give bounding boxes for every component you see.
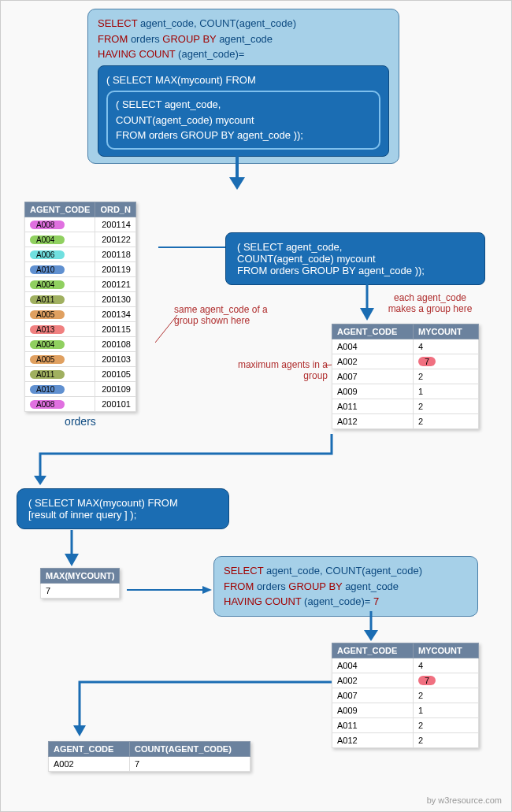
table-row: A0027: [332, 673, 479, 688]
txt: SELECT: [224, 565, 263, 577]
orders-table: AGENT_CODEORD_N A008200114A004200122A006…: [24, 202, 136, 412]
mid-query-box: ( SELECT MAX(mycount) FROM ( SELECT agen…: [98, 65, 389, 157]
result-table-wrap: AGENT_CODECOUNT(AGENT_CODE) A0027: [48, 741, 250, 772]
table-row: A0122: [332, 414, 479, 429]
table-row: A004200122: [25, 232, 136, 247]
col-agent: AGENT_CODE: [332, 324, 414, 339]
table-row: A0044: [332, 339, 479, 354]
col-max: MAX(MYCOUNT): [41, 569, 120, 584]
txt: agent_code: [343, 580, 399, 592]
txt: ( SELECT MAX(mycount) FROM: [106, 72, 380, 88]
table-row: A004200108: [25, 337, 136, 352]
table-row: A005200134: [25, 307, 136, 322]
final-query-box: SELECT agent_code, COUNT(agent_code) FRO…: [213, 556, 478, 617]
watermark: by w3resource.com: [427, 795, 502, 805]
table-row: A0122: [332, 733, 479, 748]
txt: 7: [370, 595, 379, 607]
connector-line: [32, 430, 339, 485]
txt: FROM: [98, 33, 128, 45]
max-table-wrap: MAX(MYCOUNT) 7: [40, 568, 120, 599]
table-row: A0112: [332, 399, 479, 414]
txt: ( SELECT MAX(mycount) FROM: [28, 497, 217, 509]
agent-pill: A008: [30, 400, 65, 409]
txt: agent_code, COUNT(agent_code): [137, 17, 296, 29]
col-agent: AGENT_CODE: [25, 202, 95, 217]
max-value: 7: [41, 584, 120, 599]
txt: GROUP BY: [162, 33, 216, 45]
txt: ( SELECT agent_code,: [237, 241, 473, 253]
txt: FROM: [224, 580, 254, 592]
txt: ( SELECT agent_code,: [116, 97, 371, 113]
agent-pill: A005: [30, 310, 65, 319]
agent-pill: A004: [30, 340, 65, 349]
highlight-value: 7: [418, 676, 436, 685]
txt: FROM orders GROUP BY agent_code ));: [237, 265, 473, 276]
table-row: A0027: [49, 757, 250, 772]
svg-marker-7: [34, 476, 46, 485]
diagram-canvas: SELECT agent_code, COUNT(agent_code) FRO…: [0, 0, 512, 812]
table-row: A008200101: [25, 397, 136, 412]
txt: orders: [128, 33, 162, 45]
col-count: COUNT(AGENT_CODE): [130, 742, 250, 757]
count-table-wrap: AGENT_CODEMYCOUNT A0044A0027A0072A0091A0…: [332, 324, 479, 429]
txt: COUNT(agent_code) mycount: [116, 113, 371, 128]
inner-query-box: ( SELECT agent_code, COUNT(agent_code) m…: [106, 91, 380, 150]
table-row: A0027: [332, 354, 479, 369]
annot-each-code: each agent_code makes a group here: [379, 292, 481, 314]
count-table: AGENT_CODEMYCOUNT A0044A0027A0072A0091A0…: [332, 324, 479, 429]
main-query-box: SELECT agent_code, COUNT(agent_code) FRO…: [87, 9, 399, 164]
table-row: A004200121: [25, 277, 136, 292]
table-row: A0091: [332, 384, 479, 399]
txt: (agent_code)=: [175, 48, 244, 60]
result-table: AGENT_CODECOUNT(AGENT_CODE) A0027: [48, 741, 250, 772]
connector-line: [158, 245, 229, 261]
agent-pill: A004: [30, 280, 65, 289]
count-table-2: AGENT_CODEMYCOUNT A0044A0027A0072A0091A0…: [332, 643, 479, 748]
table-row: A0112: [332, 718, 479, 733]
table-row: A0044: [332, 658, 479, 673]
mid-query-box-2: ( SELECT MAX(mycount) FROM [result of in…: [17, 488, 229, 529]
txt: (agent_code)=: [301, 595, 370, 607]
txt: orders: [254, 580, 288, 592]
table-row: A0091: [332, 703, 479, 718]
connector-line: [127, 586, 213, 594]
connector-line: [72, 680, 339, 743]
table-row: A010200119: [25, 262, 136, 277]
svg-marker-11: [202, 586, 212, 594]
table-row: A011200130: [25, 292, 136, 307]
agent-pill: A006: [30, 250, 65, 259]
col-ord: ORD_N: [95, 202, 136, 217]
arrow-down-icon: [355, 284, 379, 321]
annot-same-code: same agent_code of a group shown here: [174, 304, 269, 326]
table-row: A0072: [332, 688, 479, 703]
txt: FROM orders GROUP BY agent_code ));: [116, 128, 371, 143]
txt: HAVING COUNT: [224, 595, 301, 607]
agent-pill: A008: [30, 221, 65, 229]
kw-select: SELECT: [98, 17, 137, 29]
table-row: A006200118: [25, 247, 136, 262]
max-table: MAX(MYCOUNT) 7: [40, 568, 120, 599]
txt: COUNT(agent_code) mycount: [237, 253, 473, 265]
txt: GROUP BY: [288, 580, 342, 592]
orders-caption: orders: [24, 415, 136, 428]
table-row: A013200115: [25, 322, 136, 337]
col-agent: AGENT_CODE: [49, 742, 130, 757]
txt: [result of inner query ] );: [28, 509, 217, 521]
agent-pill: A011: [30, 370, 65, 379]
orders-table-wrap: AGENT_CODEORD_N A008200114A004200122A006…: [24, 202, 136, 428]
agent-pill: A004: [30, 235, 65, 244]
table-row: A010200109: [25, 382, 136, 397]
txt: agent_code, COUNT(agent_code): [263, 565, 422, 577]
txt: HAVING COUNT: [98, 48, 175, 60]
col-agent: AGENT_CODE: [332, 643, 414, 658]
agent-pill: A010: [30, 385, 65, 394]
subquery1-box: ( SELECT agent_code, COUNT(agent_code) m…: [225, 232, 485, 285]
svg-marker-1: [229, 177, 245, 190]
table-row: A0072: [332, 369, 479, 384]
txt: agent_code: [217, 33, 273, 45]
svg-marker-4: [360, 308, 374, 321]
agent-pill: A013: [30, 325, 65, 334]
agent-pill: A005: [30, 355, 65, 364]
highlight-value: 7: [418, 357, 436, 366]
count-table-2-wrap: AGENT_CODEMYCOUNT A0044A0027A0072A0091A0…: [332, 643, 479, 748]
